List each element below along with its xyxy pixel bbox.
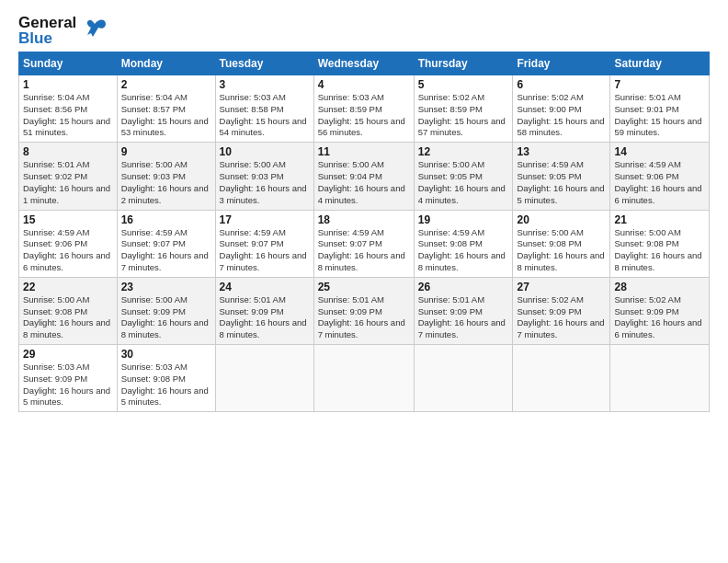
table-row: 13Sunrise: 4:59 AMSunset: 9:05 PMDayligh… <box>513 143 610 210</box>
day-number: 5 <box>418 78 509 91</box>
table-row: 25Sunrise: 5:01 AMSunset: 9:09 PMDayligh… <box>313 277 414 344</box>
day-info: Sunrise: 5:03 AMSunset: 9:09 PMDaylight:… <box>23 362 113 408</box>
table-row <box>610 345 710 412</box>
day-number: 9 <box>121 145 211 158</box>
table-row: 22Sunrise: 5:00 AMSunset: 9:08 PMDayligh… <box>19 277 118 344</box>
day-info: Sunrise: 5:00 AMSunset: 9:08 PMDaylight:… <box>517 227 606 274</box>
day-info: Sunrise: 4:59 AMSunset: 9:06 PMDaylight:… <box>23 227 113 274</box>
table-row: 14Sunrise: 4:59 AMSunset: 9:06 PMDayligh… <box>610 143 710 210</box>
day-number: 11 <box>318 145 410 158</box>
day-info: Sunrise: 5:01 AMSunset: 9:09 PMDaylight:… <box>418 294 509 341</box>
day-number: 12 <box>418 145 509 158</box>
day-info: Sunrise: 4:59 AMSunset: 9:05 PMDaylight:… <box>517 159 606 206</box>
table-row <box>215 345 313 412</box>
table-row: 18Sunrise: 4:59 AMSunset: 9:07 PMDayligh… <box>313 210 414 277</box>
table-row: 29Sunrise: 5:03 AMSunset: 9:09 PMDayligh… <box>19 345 118 412</box>
col-tuesday: Tuesday <box>215 52 313 75</box>
table-row: 7Sunrise: 5:01 AMSunset: 9:01 PMDaylight… <box>610 75 710 143</box>
day-info: Sunrise: 5:03 AMSunset: 9:08 PMDaylight:… <box>121 362 211 408</box>
table-row: 2Sunrise: 5:04 AMSunset: 8:57 PMDaylight… <box>117 75 215 143</box>
logo: General Blue <box>18 15 108 46</box>
day-info: Sunrise: 4:59 AMSunset: 9:06 PMDaylight:… <box>614 159 705 206</box>
table-row: 9Sunrise: 5:00 AMSunset: 9:03 PMDaylight… <box>117 143 215 210</box>
day-number: 25 <box>318 281 410 293</box>
day-number: 8 <box>23 145 113 158</box>
day-number: 2 <box>121 78 211 91</box>
table-row: 3Sunrise: 5:03 AMSunset: 8:58 PMDaylight… <box>215 75 313 143</box>
table-row: 6Sunrise: 5:02 AMSunset: 9:00 PMDaylight… <box>513 75 610 143</box>
table-row <box>313 345 414 412</box>
day-number: 7 <box>614 78 705 91</box>
table-row: 15Sunrise: 4:59 AMSunset: 9:06 PMDayligh… <box>19 210 118 277</box>
day-number: 28 <box>614 281 705 293</box>
table-row: 19Sunrise: 4:59 AMSunset: 9:08 PMDayligh… <box>414 210 513 277</box>
logo-blue: Blue <box>18 30 76 46</box>
table-row: 24Sunrise: 5:01 AMSunset: 9:09 PMDayligh… <box>215 277 313 344</box>
day-info: Sunrise: 5:04 AMSunset: 8:57 PMDaylight:… <box>121 92 211 139</box>
day-number: 15 <box>23 213 113 226</box>
day-number: 22 <box>23 281 113 293</box>
table-row: 12Sunrise: 5:00 AMSunset: 9:05 PMDayligh… <box>414 143 513 210</box>
day-number: 3 <box>220 78 310 91</box>
day-number: 4 <box>318 78 410 91</box>
logo-bird-icon <box>78 17 108 44</box>
day-info: Sunrise: 4:59 AMSunset: 9:07 PMDaylight:… <box>121 227 211 274</box>
day-number: 16 <box>121 213 211 226</box>
day-number: 21 <box>614 213 705 226</box>
table-row <box>513 345 610 412</box>
day-info: Sunrise: 5:00 AMSunset: 9:03 PMDaylight:… <box>121 159 211 206</box>
day-number: 18 <box>318 213 410 226</box>
day-info: Sunrise: 5:01 AMSunset: 9:02 PMDaylight:… <box>23 159 113 206</box>
day-info: Sunrise: 5:02 AMSunset: 9:00 PMDaylight:… <box>517 92 606 139</box>
table-row: 26Sunrise: 5:01 AMSunset: 9:09 PMDayligh… <box>414 277 513 344</box>
day-info: Sunrise: 5:02 AMSunset: 9:09 PMDaylight:… <box>614 294 705 341</box>
day-number: 26 <box>418 281 509 293</box>
day-info: Sunrise: 5:00 AMSunset: 9:08 PMDaylight:… <box>23 294 113 341</box>
day-number: 30 <box>121 348 211 361</box>
day-number: 23 <box>121 281 211 293</box>
day-number: 14 <box>614 145 705 158</box>
day-info: Sunrise: 5:00 AMSunset: 9:08 PMDaylight:… <box>614 227 705 274</box>
day-number: 1 <box>23 78 113 91</box>
table-row: 28Sunrise: 5:02 AMSunset: 9:09 PMDayligh… <box>610 277 710 344</box>
day-number: 17 <box>220 213 310 226</box>
table-row: 23Sunrise: 5:00 AMSunset: 9:09 PMDayligh… <box>117 277 215 344</box>
day-info: Sunrise: 4:59 AMSunset: 9:08 PMDaylight:… <box>418 227 509 274</box>
day-number: 13 <box>517 145 606 158</box>
col-monday: Monday <box>117 52 215 75</box>
logo-general: General <box>18 15 76 30</box>
day-info: Sunrise: 5:01 AMSunset: 9:09 PMDaylight:… <box>318 294 410 341</box>
day-info: Sunrise: 5:01 AMSunset: 9:09 PMDaylight:… <box>220 294 310 341</box>
table-row: 16Sunrise: 4:59 AMSunset: 9:07 PMDayligh… <box>117 210 215 277</box>
day-number: 27 <box>517 281 606 293</box>
day-info: Sunrise: 5:02 AMSunset: 9:09 PMDaylight:… <box>517 294 606 341</box>
day-info: Sunrise: 5:00 AMSunset: 9:03 PMDaylight:… <box>220 159 310 206</box>
col-thursday: Thursday <box>414 52 513 75</box>
table-row: 10Sunrise: 5:00 AMSunset: 9:03 PMDayligh… <box>215 143 313 210</box>
table-row: 8Sunrise: 5:01 AMSunset: 9:02 PMDaylight… <box>19 143 118 210</box>
day-info: Sunrise: 5:00 AMSunset: 9:05 PMDaylight:… <box>418 159 509 206</box>
day-number: 19 <box>418 213 509 226</box>
col-wednesday: Wednesday <box>313 52 414 75</box>
day-number: 20 <box>517 213 606 226</box>
calendar: Sunday Monday Tuesday Wednesday Thursday… <box>18 52 710 412</box>
table-row: 1Sunrise: 5:04 AMSunset: 8:56 PMDaylight… <box>19 75 118 143</box>
table-row: 27Sunrise: 5:02 AMSunset: 9:09 PMDayligh… <box>513 277 610 344</box>
day-number: 24 <box>220 281 310 293</box>
day-info: Sunrise: 5:01 AMSunset: 9:01 PMDaylight:… <box>614 92 705 139</box>
header: General Blue <box>18 15 710 46</box>
table-row: 20Sunrise: 5:00 AMSunset: 9:08 PMDayligh… <box>513 210 610 277</box>
page: General Blue Sunday Monday Tuesday Wedne… <box>0 0 728 563</box>
table-row: 30Sunrise: 5:03 AMSunset: 9:08 PMDayligh… <box>117 345 215 412</box>
calendar-header-row: Sunday Monday Tuesday Wednesday Thursday… <box>19 52 710 75</box>
table-row: 17Sunrise: 4:59 AMSunset: 9:07 PMDayligh… <box>215 210 313 277</box>
table-row: 5Sunrise: 5:02 AMSunset: 8:59 PMDaylight… <box>414 75 513 143</box>
day-number: 10 <box>220 145 310 158</box>
table-row <box>414 345 513 412</box>
day-info: Sunrise: 5:03 AMSunset: 8:58 PMDaylight:… <box>220 92 310 139</box>
day-info: Sunrise: 4:59 AMSunset: 9:07 PMDaylight:… <box>318 227 410 274</box>
day-info: Sunrise: 4:59 AMSunset: 9:07 PMDaylight:… <box>220 227 310 274</box>
table-row: 11Sunrise: 5:00 AMSunset: 9:04 PMDayligh… <box>313 143 414 210</box>
day-number: 6 <box>517 78 606 91</box>
day-info: Sunrise: 5:00 AMSunset: 9:04 PMDaylight:… <box>318 159 410 206</box>
